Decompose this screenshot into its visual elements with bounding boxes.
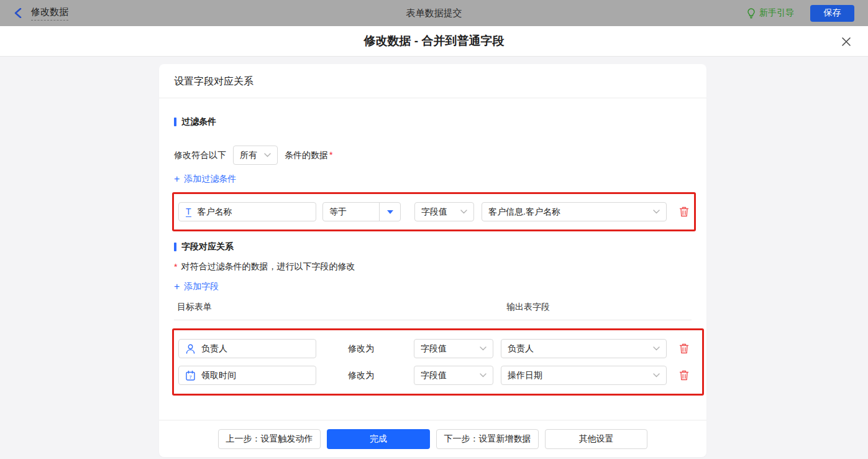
target-field-input[interactable]: 负责人 — [178, 339, 316, 358]
close-button[interactable] — [839, 35, 853, 49]
delete-condition-button[interactable] — [677, 205, 692, 220]
mapping-description-text: 对符合过滤条件的数据，进行以下字段的修改 — [181, 261, 355, 272]
filter-condition-row: T 客户名称 等于 字段值 — [178, 202, 694, 221]
mapping-columns-header: 目标表单 输出表字段 — [174, 302, 692, 320]
process-node-title[interactable]: 修改数据 — [31, 6, 68, 21]
match-mode-value: 所有 — [240, 150, 259, 161]
mapping-section-title: 字段对应关系 — [174, 241, 692, 253]
back-chevron-icon — [14, 8, 22, 18]
lightbulb-icon — [747, 8, 756, 19]
match-mode-select[interactable]: 所有 — [233, 146, 278, 165]
filter-field-input[interactable]: T 客户名称 — [178, 202, 316, 221]
target-field-value: 领取时间 — [201, 370, 236, 381]
chevron-down-icon — [480, 373, 487, 378]
output-field-select[interactable]: 操作日期 — [501, 366, 667, 385]
next-step-button[interactable]: 下一步：设置新增数据 — [436, 429, 539, 449]
section-accent-bar — [174, 243, 176, 251]
dialog-header: 修改数据 - 合并到普通字段 — [0, 26, 868, 57]
dialog-body: 设置字段对应关系 过滤条件 修改符合以下 所有 条件的数据* — [0, 57, 868, 459]
user-icon — [186, 344, 195, 354]
back-button[interactable]: 修改数据 — [14, 6, 68, 21]
mapping-row: 负责人 修改为 字段值 负责人 — [178, 339, 702, 358]
delete-mapping-button[interactable] — [677, 368, 692, 383]
filter-field-value: 客户名称 — [198, 206, 232, 218]
filter-condition-highlight-box: T 客户名称 等于 字段值 — [172, 192, 696, 231]
filter-match-row: 修改符合以下 所有 条件的数据* — [174, 146, 692, 165]
required-asterisk: * — [329, 150, 332, 160]
value-type-select[interactable]: 字段值 — [414, 202, 474, 221]
top-bar: 修改数据 表单数据提交 新手引导 保存 — [0, 0, 868, 26]
target-field-value: 负责人 — [201, 343, 227, 355]
chevron-down-icon — [480, 346, 487, 351]
value-type-value: 字段值 — [421, 370, 475, 381]
settings-card: 设置字段对应关系 过滤条件 修改符合以下 所有 条件的数据* — [159, 64, 706, 457]
section-accent-bar — [174, 118, 176, 126]
beginner-guide-label: 新手引导 — [759, 7, 794, 19]
chevron-down-icon — [460, 210, 467, 214]
compare-value: 客户信息.客户名称 — [488, 206, 648, 218]
calendar-icon: 7 — [186, 371, 195, 381]
output-field-select[interactable]: 负责人 — [501, 339, 667, 358]
add-filter-condition-label: 添加过滤条件 — [184, 174, 236, 185]
modify-to-label: 修改为 — [348, 343, 414, 355]
caret-down-icon — [387, 210, 393, 214]
plus-icon: + — [174, 282, 180, 292]
add-field-label: 添加字段 — [184, 281, 219, 292]
chevron-down-icon — [653, 210, 660, 214]
required-asterisk: * — [174, 262, 177, 272]
add-field-link[interactable]: + 添加字段 — [174, 281, 219, 292]
chevron-down-icon — [264, 153, 271, 157]
mapping-description: * 对符合过滤条件的数据，进行以下字段的修改 — [174, 261, 692, 272]
text-field-icon: T — [186, 207, 191, 217]
output-field-value: 操作日期 — [508, 370, 648, 381]
delete-mapping-button[interactable] — [677, 341, 692, 356]
column-output-field: 输出表字段 — [506, 302, 550, 313]
operator-value: 等于 — [323, 203, 379, 221]
mapping-rows-highlight-box: 负责人 修改为 字段值 负责人 — [172, 328, 704, 396]
chevron-down-icon — [653, 346, 660, 351]
match-suffix-text: 条件的数据 — [285, 150, 328, 160]
match-prefix-label: 修改符合以下 — [174, 150, 226, 161]
dialog-title: 修改数据 - 合并到普通字段 — [364, 33, 505, 49]
compare-value-select[interactable]: 客户信息.客户名称 — [482, 202, 667, 221]
card-title: 设置字段对应关系 — [159, 64, 706, 98]
trash-icon — [679, 370, 689, 381]
trash-icon — [679, 206, 689, 217]
value-type-select[interactable]: 字段值 — [414, 366, 493, 385]
mapping-row: 7 领取时间 修改为 字段值 操作日期 — [178, 366, 702, 385]
modify-to-label: 修改为 — [348, 370, 414, 381]
target-field-input[interactable]: 7 领取时间 — [178, 366, 316, 385]
operator-caret-segment[interactable] — [379, 203, 400, 221]
output-field-value: 负责人 — [508, 343, 648, 355]
save-button[interactable]: 保存 — [810, 5, 854, 22]
beginner-guide-link[interactable]: 新手引导 — [747, 7, 794, 19]
match-suffix-label: 条件的数据* — [285, 150, 332, 161]
svg-text:7: 7 — [189, 374, 192, 379]
prev-step-button[interactable]: 上一步：设置触发动作 — [218, 429, 321, 449]
value-type-select[interactable]: 字段值 — [414, 339, 493, 358]
value-type-value: 字段值 — [421, 343, 475, 355]
close-icon — [841, 37, 851, 47]
chevron-down-icon — [653, 373, 660, 378]
page-title: 表单数据提交 — [0, 7, 868, 19]
other-settings-button[interactable]: 其他设置 — [545, 429, 647, 449]
column-target-form: 目标表单 — [177, 302, 506, 313]
operator-select[interactable]: 等于 — [322, 202, 401, 221]
add-filter-condition-link[interactable]: + 添加过滤条件 — [174, 174, 236, 185]
plus-icon: + — [174, 174, 180, 184]
done-button[interactable]: 完成 — [327, 429, 430, 449]
value-type-value: 字段值 — [421, 206, 455, 218]
filter-section-title: 过滤条件 — [174, 116, 692, 128]
filter-section-label: 过滤条件 — [181, 116, 216, 128]
trash-icon — [679, 343, 689, 354]
mapping-section-label: 字段对应关系 — [181, 241, 234, 253]
dialog-footer: 上一步：设置触发动作 完成 下一步：设置新增数据 其他设置 — [159, 420, 706, 457]
